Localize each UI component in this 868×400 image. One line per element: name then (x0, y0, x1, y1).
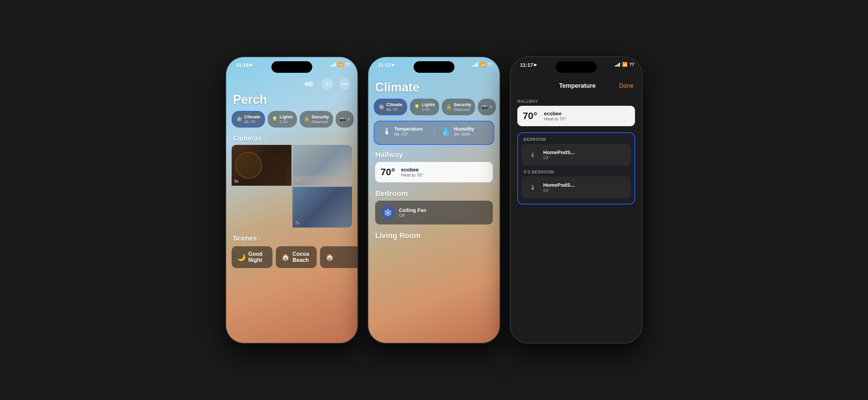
bedroom-device-name: HomePodS... (543, 149, 575, 155)
good-night-label: Good Night (248, 251, 267, 263)
ecobee-card[interactable]: 70° ecobee Heat to 70° (375, 162, 493, 182)
homepod-icon-1: 🌡 (527, 149, 539, 161)
temp-label: Temperature (394, 126, 423, 132)
dynamic-island-1 (271, 61, 312, 73)
scene-cocoa-beach[interactable]: 🏠 Cocoa Beach (276, 246, 317, 268)
cameras-section-header[interactable]: Cameras › (226, 132, 357, 145)
phones-container: 11:15 ▶ 📶 77 (219, 50, 649, 350)
phone-3: 11:17 ▶ 📶 77 Temperature Done (510, 56, 642, 344)
s-bedroom-homepod-card[interactable]: 🌡 HomePodS... 68° (521, 177, 631, 198)
dynamic-island-3 (556, 61, 597, 73)
scenes-pills: 🌙 Good Night 🏠 Cocoa Beach 🏠 (226, 245, 357, 272)
page-title-2: Climate (368, 79, 500, 99)
camera-timer-1: 7s (295, 179, 300, 184)
room-bedroom: Bedroom ❄️ Ceiling Fan Off (368, 188, 500, 230)
tab-lights-1[interactable]: 💡 Lights 1 On (268, 111, 297, 128)
s-bedroom-device-value: 68° (543, 188, 575, 193)
page-title-1: Perch (226, 91, 357, 111)
tab-security-1[interactable]: 🔒 Security Disarmed (300, 111, 333, 128)
room-living: Living Room (368, 230, 500, 246)
location-arrow-2: ▶ (392, 63, 395, 67)
bedroom-homepod-card[interactable]: 🌡 HomePodS... 68° (521, 144, 631, 166)
temp-page-title: Temperature (559, 82, 596, 89)
homepod-icon-2: 🌡 (527, 181, 539, 194)
hallway-temp-value: 70° (523, 111, 537, 121)
scenes-title: Scenes (233, 234, 257, 242)
fan-status: Off (399, 213, 427, 218)
cameras-title: Cameras (233, 134, 262, 142)
scenes-section-header[interactable]: Scenes › (226, 232, 357, 245)
status-right-2: 📶 77 (473, 62, 492, 67)
cocoa-beach-icon: 🏠 (281, 253, 290, 261)
wifi-icon-3: 📶 (622, 62, 628, 67)
hallway-ecobee-card[interactable]: 70° ecobee Heat to 70° (517, 106, 635, 126)
waveform-icon[interactable] (302, 81, 315, 87)
fan-name: Ceiling Fan (399, 207, 427, 213)
scene-extra[interactable]: 🏠 (320, 246, 357, 268)
phone3-content: Temperature Done HALLWAY 70° ecobee Heat… (511, 76, 642, 343)
battery-3: 77 (630, 62, 634, 67)
climate-icon-1: ❄️ (236, 116, 242, 122)
done-button[interactable]: Done (619, 82, 634, 89)
bedroom-box: BEDROOM 🌡 HomePodS... 68° S'S BEDROOM 🌡 … (517, 132, 635, 204)
ecobee-status: Heat to 70° (401, 172, 423, 178)
more-button-1[interactable]: ••• (339, 78, 351, 90)
subcard-humidity[interactable]: 💧 Humidity 29–33% (438, 123, 488, 140)
status-time-3: 11:17 ▶ (520, 62, 537, 68)
status-right-3: 📶 77 (615, 62, 634, 67)
phone1-content: + ••• Perch ❄️ Climate 68–70° 💡 Lights 1 (226, 76, 357, 343)
phone2-content: Climate ❄️ Climate 68–70° 💡 Lights 1 On (368, 76, 500, 343)
scenes-chevron: › (259, 235, 261, 241)
camera-cell-2[interactable]: 7s (293, 187, 352, 228)
bedroom-section-label: BEDROOM (518, 136, 634, 144)
tab-security-2[interactable]: 🔒 Security Disarmed (442, 99, 475, 115)
tab-camera-2[interactable]: 📷 8 (478, 99, 496, 115)
ecobee-name: ecobee (401, 167, 423, 172)
tab-camera-1[interactable]: 📷 6 (336, 111, 354, 128)
camera-icon-1: 📷 (340, 116, 346, 122)
s-bedroom-section-label: S'S BEDROOM (518, 168, 634, 177)
good-night-icon: 🌙 (237, 253, 246, 261)
camera-cell-1[interactable]: 7s (293, 145, 352, 186)
temp-value: 68–70° (394, 132, 423, 137)
status-time-1: 11:15 ▶ (236, 62, 252, 68)
top-controls-1: + ••• (226, 76, 357, 91)
camera-thumb-0 (232, 145, 291, 186)
camera-thumb-1 (293, 145, 352, 186)
dynamic-island-2 (414, 61, 454, 73)
tab-lights-2[interactable]: 💡 Lights 1 On (410, 99, 439, 115)
hallway-section-label: HALLWAY (517, 99, 635, 104)
signal-bars-3 (615, 63, 620, 67)
wifi-icon-1: 📶 (338, 62, 343, 67)
room-hallway: Hallway 70° ecobee Heat to 70° (368, 149, 500, 188)
tab-pills-1: ❄️ Climate 68–70° 💡 Lights 1 On 🔒 (226, 111, 357, 132)
humidity-icon: 💧 (440, 126, 451, 137)
living-title: Living Room (375, 231, 493, 240)
tab-pills-2: ❄️ Climate 68–70° 💡 Lights 1 On 🔒 (368, 99, 500, 119)
thermometer-icon: 🌡 (383, 126, 391, 137)
s-bedroom-device-name: HomePodS... (543, 182, 575, 188)
signal-bars-1 (331, 63, 336, 67)
location-arrow-1: ▶ (250, 63, 252, 67)
scene-good-night[interactable]: 🌙 Good Night (232, 246, 272, 268)
hallway-title: Hallway (375, 150, 493, 159)
hallway-device-status: Heat to 70° (544, 116, 566, 121)
security-icon-1: 🔒 (304, 116, 310, 122)
phone-2: 11:17 ▶ 📶 77 Climate ❄️ (368, 56, 500, 344)
location-arrow-3: ▶ (534, 63, 537, 67)
ceiling-fan-card[interactable]: ❄️ Ceiling Fan Off (375, 201, 493, 224)
temp-page-header: Temperature Done (511, 78, 642, 96)
hallway-device-name: ecobee (544, 111, 566, 116)
fan-icon: ❄️ (381, 205, 395, 220)
status-right-1: 📶 77 (331, 62, 350, 67)
hallway-section: HALLWAY 70° ecobee Heat to 70° (511, 96, 642, 131)
add-button-1[interactable]: + (321, 78, 333, 90)
subcard-temperature[interactable]: 🌡 Temperature 68–70° (380, 123, 431, 140)
tab-climate-2[interactable]: ❄️ Climate 68–70° (374, 99, 407, 115)
humidity-label: Humidity (454, 126, 474, 132)
tab-climate-1[interactable]: ❄️ Climate 68–70° (232, 111, 265, 128)
battery-2: 77 (487, 62, 492, 67)
status-time-2: 11:17 ▶ (378, 62, 395, 68)
camera-cell-0[interactable]: 8s (232, 145, 291, 186)
lights-icon-1: 💡 (272, 116, 278, 122)
